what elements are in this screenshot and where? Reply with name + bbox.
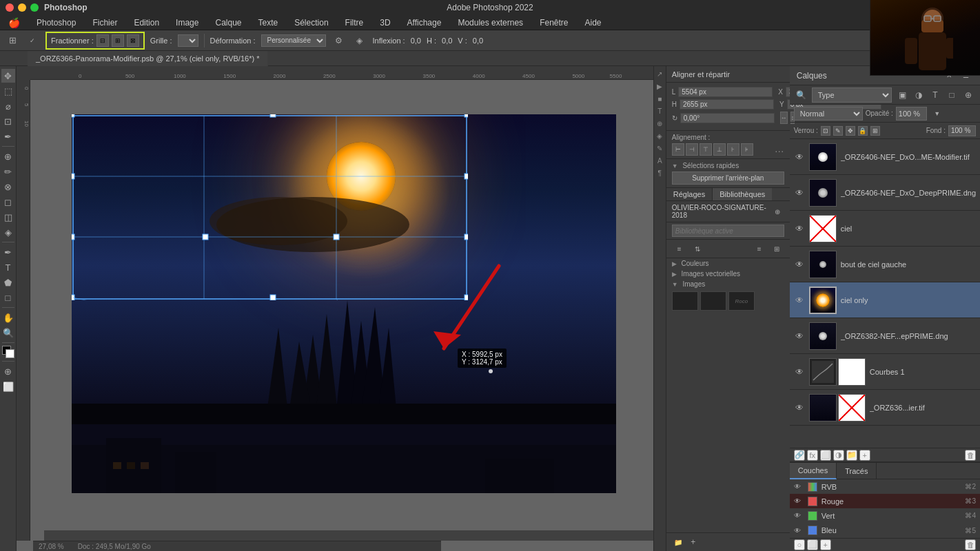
layer-item-3[interactable]: 👁 bout de ciel gauche — [790, 247, 980, 282]
filter-adjust[interactable]: ◑ — [911, 87, 926, 103]
library-sort-btn[interactable]: ⇅ — [690, 241, 705, 256]
align-left[interactable]: ⊢ — [672, 143, 684, 156]
panel-icon-9[interactable]: ¶ — [655, 168, 664, 178]
menu-fenetre[interactable]: Fenêtre — [537, 17, 571, 29]
library-filter-btn[interactable]: ≡ — [672, 241, 687, 256]
close-button[interactable] — [6, 3, 14, 12]
filter-smart[interactable]: ⊕ — [961, 87, 976, 103]
panel-icon-5[interactable]: ⊕ — [655, 118, 664, 128]
lasso-tool[interactable]: ⌀ — [1, 99, 15, 113]
lib-thumb-3[interactable]: Roco — [728, 291, 755, 311]
maximize-button[interactable] — [30, 3, 39, 12]
zoom-tool[interactable]: 🔍 — [1, 326, 15, 340]
channel-rvb[interactable]: 👁 RVB ⌘2 — [790, 479, 980, 494]
minimize-button[interactable] — [18, 3, 26, 12]
lib-thumb-1[interactable] — [672, 291, 698, 311]
clone-tool[interactable]: ⊗ — [1, 180, 15, 194]
add-mask-btn[interactable]: ⬜ — [820, 450, 831, 461]
opacity-arrow[interactable]: ▼ — [930, 106, 945, 121]
lib-thumb-2[interactable] — [700, 291, 726, 311]
path-tool[interactable]: ⬟ — [1, 276, 15, 289]
layer-item-5[interactable]: 👁 _ORZ6382-NEF...epPRIME.dng — [790, 318, 980, 354]
more-options-btn[interactable]: … — [775, 143, 784, 156]
window-controls[interactable] — [6, 3, 39, 12]
delete-layer-btn[interactable]: 🗑 — [965, 450, 976, 461]
add-adjustment-btn[interactable]: ◑ — [833, 450, 844, 461]
eraser-tool[interactable]: ◻ — [1, 195, 15, 209]
channel-eye-vert[interactable]: 👁 — [794, 512, 804, 519]
layer-item-0[interactable]: 👁 _ORZ6406-NEF_DxO...ME-Modifier.tif — [790, 139, 980, 175]
add-style-btn[interactable]: fx — [807, 450, 818, 461]
filter-text[interactable]: T — [928, 87, 943, 103]
menu-filtre[interactable]: Filtre — [343, 17, 367, 29]
supprimer-arriere-plan-btn[interactable]: Supprimer l'arrière-plan — [672, 171, 784, 185]
canvas-content[interactable]: X : 5992,5 px Y : 3124,7 px — [30, 80, 653, 541]
menu-affichage[interactable]: Affichage — [405, 17, 445, 29]
background-color[interactable] — [6, 349, 14, 358]
layer-eye-7[interactable]: 👁 — [794, 402, 805, 413]
panel-icon-8[interactable]: A — [655, 156, 664, 165]
heal-tool[interactable]: ⊕ — [1, 149, 15, 163]
color-boxes[interactable] — [2, 346, 14, 358]
fond-input[interactable] — [948, 125, 976, 136]
menu-selection[interactable]: Sélection — [292, 17, 331, 29]
layer-eye-4[interactable]: 👁 — [794, 295, 805, 306]
pen-tool[interactable]: ✒ — [1, 245, 15, 259]
images-vectorielles-section[interactable]: ▶ Images vectorielles — [666, 269, 790, 279]
panel-icon-1[interactable]: ↗ — [655, 69, 664, 79]
gradient-tool[interactable]: ◫ — [1, 210, 15, 224]
menu-edition[interactable]: Edition — [131, 17, 162, 29]
channel-bleu[interactable]: 👁 Bleu ⌘5 — [790, 523, 980, 538]
layer-eye-0[interactable]: 👁 — [794, 152, 805, 163]
blend-mode-select[interactable]: Normal — [794, 107, 863, 121]
library-search-input[interactable] — [672, 225, 784, 237]
brush-tool[interactable]: ✏ — [1, 165, 15, 178]
grid-view-btn[interactable]: ⊞ — [769, 241, 784, 256]
check-option[interactable]: ✓ — [25, 33, 40, 48]
channel-vert[interactable]: 👁 Vert ⌘4 — [790, 508, 980, 523]
lock-draw-icon[interactable]: ✎ — [833, 126, 843, 136]
load-selection-btn[interactable]: ○ — [794, 539, 805, 550]
layer-eye-5[interactable]: 👁 — [794, 331, 805, 342]
text-tool[interactable]: T — [1, 260, 15, 274]
channel-eye-bleu[interactable]: 👁 — [794, 527, 804, 534]
layer-item-2[interactable]: 👁 ciel — [790, 211, 980, 247]
flip-h-btn[interactable]: ↔ — [780, 112, 788, 124]
apple-menu[interactable]: 🍎 — [6, 16, 23, 30]
crop-tool[interactable]: ⊡ — [1, 114, 15, 128]
align-top[interactable]: ⊥ — [713, 143, 726, 156]
new-channel-btn[interactable]: + — [820, 539, 831, 550]
menu-fichier[interactable]: Fichier — [90, 17, 120, 29]
grid-btn-3[interactable]: ⊠ — [127, 34, 139, 47]
deformation-icon2[interactable]: ◈ — [352, 33, 367, 48]
save-selection-btn[interactable]: ⬜ — [807, 539, 818, 550]
layer-item-4[interactable]: 👁 ciel only — [790, 282, 980, 318]
layer-item-6[interactable]: 👁 Courbes 1 — [790, 354, 980, 390]
deformation-select[interactable]: Personnalisée — [261, 34, 326, 47]
l-value[interactable] — [678, 87, 773, 97]
panel-icon-4[interactable]: T — [655, 106, 664, 116]
panel-icon-7[interactable]: ✎ — [655, 143, 664, 153]
grille-select[interactable] — [178, 34, 198, 47]
traces-tab[interactable]: Tracés — [837, 463, 877, 479]
channel-eye-rvb[interactable]: 👁 — [794, 483, 804, 490]
screen-mode-tool[interactable]: ⬜ — [1, 380, 15, 393]
layer-eye-1[interactable]: 👁 — [794, 187, 805, 198]
lock-move-icon[interactable]: ✥ — [846, 126, 855, 136]
filter-shape[interactable]: □ — [944, 87, 959, 103]
panel-icon-3[interactable]: ■ — [655, 94, 664, 103]
quick-mask-tool[interactable]: ⊕ — [1, 364, 15, 378]
deformation-settings[interactable]: ⚙ — [331, 33, 347, 48]
link-layers-btn[interactable]: 🔗 — [794, 450, 805, 461]
images-section[interactable]: ▼ Images — [666, 279, 790, 289]
layer-item-7[interactable]: 👁 _ORZ636...ier.tif — [790, 390, 980, 426]
layer-type-select[interactable]: Type — [812, 87, 892, 103]
h-prop-value[interactable] — [680, 99, 774, 110]
reglages-tab[interactable]: Réglages — [666, 188, 713, 200]
menu-image[interactable]: Image — [173, 17, 201, 29]
add-group-btn[interactable]: 📁 — [846, 450, 857, 461]
lock-artboard-icon[interactable]: ⊞ — [870, 126, 880, 136]
scrollbar-horizontal[interactable] — [44, 530, 653, 541]
library-options-btn[interactable]: ⊕ — [770, 204, 784, 219]
panel-icon-6[interactable]: ◈ — [655, 131, 664, 141]
